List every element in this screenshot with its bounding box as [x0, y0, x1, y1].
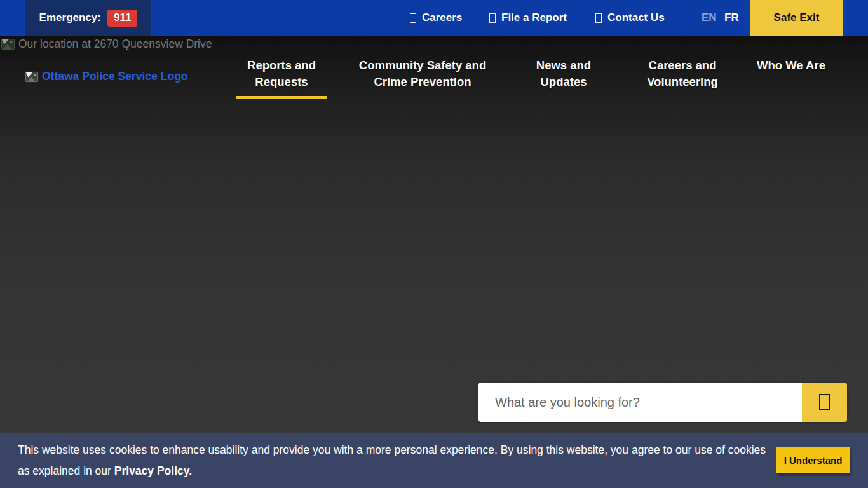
- active-tab-indicator: [236, 96, 327, 99]
- hero-broken-image: Our location at 2670 Queensview Drive: [1, 37, 212, 51]
- careers-link-label: Careers: [422, 11, 462, 24]
- cookie-accept-button[interactable]: I Understand: [776, 447, 850, 473]
- hero-image-alt-text: Our location at 2670 Queensview Drive: [18, 37, 212, 51]
- cookie-message: This website uses cookies to enhance usa…: [18, 440, 766, 482]
- careers-link[interactable]: Careers: [410, 0, 462, 36]
- cookie-consent-banner: This website uses cookies to enhance usa…: [0, 433, 868, 488]
- language-toggle-en[interactable]: EN: [702, 0, 717, 36]
- topbar-divider: [684, 10, 684, 26]
- contact-us-link-label: Contact Us: [607, 11, 665, 24]
- file-a-report-link[interactable]: File a Report: [489, 0, 567, 36]
- contact-us-link[interactable]: Contact Us: [595, 0, 665, 36]
- nav-reports-and-requests[interactable]: Reports and Requests: [231, 57, 332, 99]
- safe-exit-button[interactable]: Safe Exit: [750, 0, 843, 36]
- page: Our location at 2670 Queensview Drive Ot…: [0, 0, 868, 488]
- logo-alt-text: Ottawa Police Service Logo: [42, 70, 188, 83]
- file-a-report-icon: [489, 13, 496, 23]
- nav-careers-and-volunteering[interactable]: Careers and Volunteering: [639, 57, 726, 90]
- nav-who-we-are[interactable]: Who We Are: [757, 57, 825, 74]
- nav-label: Community Safety and Crime Prevention: [359, 58, 486, 88]
- nav-community-safety[interactable]: Community Safety and Crime Prevention: [353, 57, 492, 90]
- site-search: [478, 383, 847, 422]
- file-a-report-link-label: File a Report: [501, 11, 567, 24]
- contact-us-icon: [595, 13, 602, 23]
- nav-label: Who We Are: [757, 58, 825, 72]
- nav-news-and-updates[interactable]: News and Updates: [528, 57, 599, 90]
- site-logo-link[interactable]: Ottawa Police Service Logo: [25, 70, 188, 83]
- emergency-banner: Emergency: 911: [25, 0, 151, 36]
- nav-label: Careers and Volunteering: [647, 58, 718, 88]
- search-icon: [819, 394, 830, 410]
- broken-image-icon: [25, 71, 39, 83]
- emergency-label: Emergency:: [39, 11, 101, 24]
- nav-label: News and Updates: [536, 58, 591, 88]
- privacy-policy-link[interactable]: Privacy Policy.: [114, 464, 192, 477]
- nav-label: Reports and Requests: [247, 58, 316, 88]
- broken-image-icon: [1, 37, 16, 51]
- language-toggle-fr[interactable]: FR: [724, 0, 739, 36]
- top-utility-bar: Emergency: 911 Careers File a Report Con…: [0, 0, 868, 36]
- search-button[interactable]: [802, 383, 847, 422]
- careers-icon: [410, 13, 416, 23]
- emergency-911-badge[interactable]: 911: [107, 10, 137, 27]
- search-input[interactable]: [478, 383, 802, 422]
